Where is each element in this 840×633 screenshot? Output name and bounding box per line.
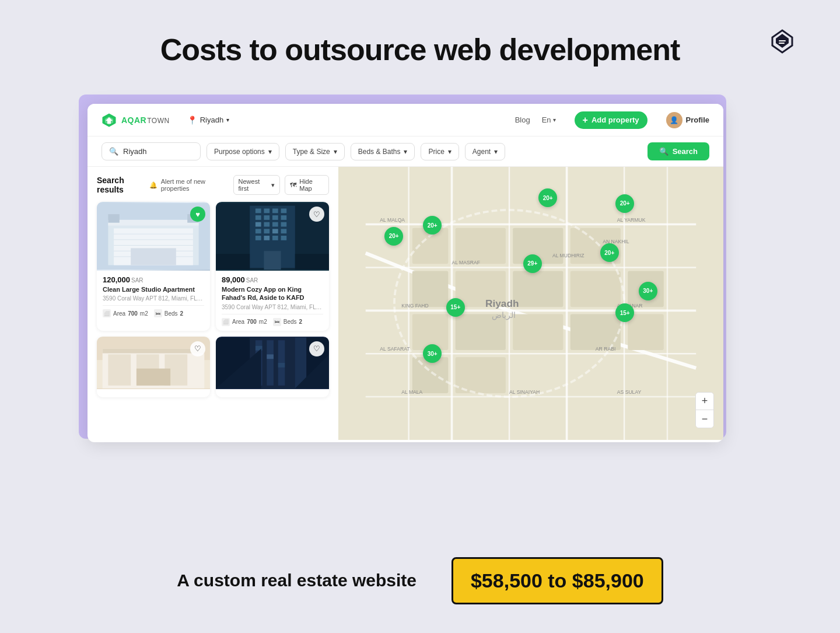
svg-rect-57 (278, 363, 285, 368)
chevron-down-icon: ▾ (271, 181, 275, 189)
svg-rect-36 (272, 236, 278, 240)
property-price: 120,000SAR (103, 275, 204, 284)
favorite-button[interactable]: ♡ (190, 341, 205, 356)
search-bar: 🔍 Purpose options ▾ Type & Size ▾ Beds &… (88, 137, 723, 167)
svg-rect-6 (108, 220, 198, 226)
alert-label: Alert me of new properties (161, 178, 229, 192)
property-info: 89,000SAR Modern Cozy App on King Fahad'… (216, 271, 329, 331)
svg-rect-27 (264, 222, 270, 227)
price-range: $58,500 to $85,900 (471, 569, 644, 592)
svg-rect-40 (295, 254, 329, 270)
search-field[interactable] (123, 147, 181, 156)
bell-icon: 🔔 (149, 181, 158, 189)
map-canvas: Riyadh الرياض AL MALQA AL YARMUK AL MASR… (338, 167, 723, 440)
chevron-down-icon: ▾ (448, 148, 452, 156)
svg-rect-19 (264, 208, 270, 213)
svg-rect-44 (103, 348, 205, 353)
svg-rect-29 (281, 222, 287, 227)
results-header: Search results 🔔 Alert me of new propert… (97, 175, 329, 195)
svg-rect-25 (281, 215, 287, 220)
svg-rect-28 (272, 222, 278, 227)
chevron-down-icon: ▾ (404, 148, 407, 156)
chevron-down-icon: ▾ (334, 148, 337, 156)
brand-logo (771, 29, 793, 54)
property-card[interactable]: ♥ 120,000SAR Clean Large Studio Apartmen… (97, 202, 210, 331)
zoom-out-button[interactable]: − (696, 410, 713, 428)
property-image: ♡ (97, 337, 210, 389)
zoom-in-button[interactable]: + (696, 393, 713, 410)
price-filter[interactable]: Price ▾ (421, 143, 459, 160)
map-cluster[interactable]: 30+ (639, 282, 657, 300)
map-cluster[interactable]: 30+ (423, 344, 442, 363)
profile-button[interactable]: 👤 Profile (666, 112, 709, 128)
svg-rect-20 (272, 208, 278, 213)
chevron-down-icon: ▾ (553, 117, 556, 123)
property-card[interactable]: ♡ (216, 337, 329, 397)
bed-icon: 🛏 (273, 318, 281, 326)
svg-rect-26 (256, 222, 261, 227)
map-panel: Riyadh الرياض AL MALQA AL YARMUK AL MASR… (338, 167, 723, 440)
left-panel: Search results 🔔 Alert me of new propert… (88, 167, 338, 440)
svg-rect-48 (136, 368, 170, 385)
blog-link[interactable]: Blog (515, 116, 530, 124)
add-property-button[interactable]: + Add property (575, 111, 648, 129)
svg-rect-21 (281, 208, 287, 213)
sort-dropdown[interactable]: Newest first ▾ (233, 175, 281, 195)
map-cluster[interactable]: 15+ (615, 303, 634, 322)
svg-rect-55 (256, 345, 262, 350)
map-cluster[interactable]: 20+ (600, 243, 619, 262)
beds-baths-filter[interactable]: Beds & Baths ▾ (351, 143, 415, 160)
price-badge: $58,500 to $85,900 (452, 557, 663, 604)
svg-rect-23 (264, 215, 270, 220)
svg-rect-14 (108, 214, 119, 223)
map-icon: 🗺 (290, 181, 296, 188)
favorite-button[interactable]: ♡ (309, 341, 324, 356)
property-card[interactable]: ♡ 89,000SAR Modern Cozy App on King Faha… (216, 202, 329, 331)
favorite-button[interactable]: ♡ (309, 207, 324, 222)
hide-map-button[interactable]: 🗺 Hide Map (285, 175, 329, 195)
svg-rect-18 (256, 208, 261, 213)
property-image: ♥ (97, 202, 210, 271)
map-zoom-controls: + − (695, 392, 714, 428)
property-info: 120,000SAR Clean Large Studio Apartment … (97, 271, 210, 322)
search-icon: 🔍 (109, 147, 118, 156)
navbar-links: Blog En ▾ + Add property 👤 Profile (515, 111, 709, 129)
map-cluster[interactable]: 20+ (538, 188, 557, 207)
map-cluster[interactable]: 20+ (615, 194, 634, 213)
property-info (216, 389, 329, 397)
search-icon: 🔍 (659, 147, 668, 156)
agent-filter[interactable]: Agent ▾ (465, 143, 505, 160)
property-image: ♡ (216, 337, 329, 389)
property-features: ⬜ Area 700 m2 🛏 Beds 2 (222, 314, 323, 326)
svg-rect-37 (281, 236, 287, 240)
map-clusters: 20+29+20+20+20+15+15+30+30+20+ (338, 167, 723, 440)
bottom-label: A custom real estate website (177, 571, 416, 590)
map-cluster[interactable]: 15+ (446, 298, 465, 317)
svg-rect-35 (264, 236, 270, 240)
property-card[interactable]: ♡ (97, 337, 210, 397)
bottom-section: A custom real estate website $58,500 to … (0, 528, 840, 633)
area-icon: ⬜ (222, 318, 230, 326)
svg-rect-45 (108, 354, 131, 385)
content-area: Search results 🔔 Alert me of new propert… (88, 167, 723, 440)
location-label: Riyadh (200, 116, 223, 124)
map-cluster[interactable]: 29+ (523, 254, 542, 273)
map-cluster[interactable]: 20+ (384, 227, 403, 246)
beds-feature: 🛏 Beds 2 (273, 318, 302, 326)
map-cluster[interactable]: 20+ (423, 216, 442, 235)
navbar-logo[interactable]: AQARTOWN (102, 113, 170, 128)
property-name: Clean Large Studio Apartment (103, 285, 204, 293)
language-selector[interactable]: En ▾ (542, 116, 556, 124)
app-card: AQARTOWN 📍 Riyadh ▾ Blog En ▾ + Add prop… (88, 104, 723, 442)
purpose-filter[interactable]: Purpose options ▾ (206, 143, 279, 160)
property-address: 3590 Coral Way APT 812, Miami, FL 33... (103, 295, 204, 302)
area-icon: ⬜ (103, 309, 111, 317)
favorite-button[interactable]: ♥ (190, 207, 205, 222)
alert-bar[interactable]: 🔔 Alert me of new properties (149, 178, 229, 192)
search-button[interactable]: 🔍 Search (648, 142, 709, 160)
type-size-filter[interactable]: Type & Size ▾ (285, 143, 345, 160)
location-search-input[interactable]: 🔍 (102, 142, 201, 160)
location-selector[interactable]: 📍 Riyadh ▾ (187, 116, 229, 125)
svg-rect-30 (256, 229, 261, 233)
svg-rect-33 (281, 229, 287, 233)
